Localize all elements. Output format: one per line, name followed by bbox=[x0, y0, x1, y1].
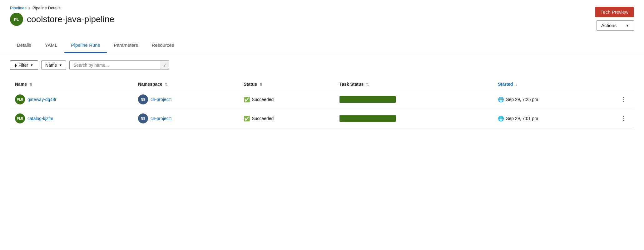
table-body: PLR gateway-dg48r NS cn-project1 ✅ bbox=[10, 90, 634, 128]
row1-task-bar-wrap bbox=[339, 96, 396, 103]
table-row: PLR catalog-kjzfm NS cn-project1 ✅ bbox=[10, 109, 634, 128]
col-actions-empty bbox=[613, 79, 634, 90]
tech-preview-button[interactable]: Tech Preview bbox=[595, 7, 634, 17]
row2-started-wrap: 🌐 Sep 29, 7:01 pm bbox=[498, 116, 608, 122]
row1-status-wrap: ✅ Succeeded bbox=[244, 97, 329, 103]
row2-namespace-cell: NS cn-project1 bbox=[133, 109, 239, 128]
search-input-wrap: / bbox=[69, 60, 169, 70]
col-status-sort-icon[interactable]: ⇅ bbox=[260, 83, 262, 86]
pipeline-runs-table: Name ⇅ Namespace ⇅ Status ⇅ Task Status … bbox=[10, 79, 634, 128]
tab-resources[interactable]: Resources bbox=[145, 38, 181, 53]
filter-icon: ⧫ bbox=[15, 63, 17, 68]
row1-globe-icon: 🌐 bbox=[498, 97, 504, 103]
row1-kebab-cell: ⋮ bbox=[613, 90, 634, 109]
col-namespace-sort-icon[interactable]: ⇅ bbox=[165, 83, 168, 86]
row2-ns-badge: NS bbox=[138, 113, 148, 123]
breadcrumb-pipelines-link[interactable]: Pipelines bbox=[10, 6, 27, 10]
row2-kebab-cell: ⋮ bbox=[613, 109, 634, 128]
row1-started-text: Sep 29, 7:25 pm bbox=[506, 97, 538, 102]
row1-status-text: Succeeded bbox=[252, 97, 274, 102]
row1-plr-badge: PLR bbox=[15, 94, 25, 104]
col-name: Name ⇅ bbox=[10, 79, 133, 90]
table-row: PLR gateway-dg48r NS cn-project1 ✅ bbox=[10, 90, 634, 109]
row2-name-wrap: PLR catalog-kjzfm bbox=[15, 113, 128, 123]
col-task-status: Task Status ⇅ bbox=[334, 79, 493, 90]
filter-chevron-icon: ▼ bbox=[30, 63, 33, 67]
row2-started-cell: 🌐 Sep 29, 7:01 pm bbox=[493, 109, 613, 128]
row2-started-text: Sep 29, 7:01 pm bbox=[506, 116, 538, 121]
col-started: Started ↓ bbox=[493, 79, 613, 90]
row1-name-cell: PLR gateway-dg48r bbox=[10, 90, 133, 109]
tab-bar-wrapper: Details YAML Pipeline Runs Parameters Re… bbox=[0, 38, 644, 53]
row1-namespace-cell: NS cn-project1 bbox=[133, 90, 239, 109]
tab-pipeline-runs[interactable]: Pipeline Runs bbox=[64, 38, 107, 53]
filter-label: Filter bbox=[18, 63, 28, 68]
row2-kebab-button[interactable]: ⋮ bbox=[618, 114, 629, 123]
row2-success-icon: ✅ bbox=[244, 116, 250, 122]
row1-name-link[interactable]: gateway-dg48r bbox=[27, 97, 57, 102]
row1-started-cell: 🌐 Sep 29, 7:25 pm bbox=[493, 90, 613, 109]
breadcrumb: Pipelines > Pipeline Details bbox=[10, 6, 114, 10]
top-header: Pipelines > Pipeline Details PL coolstor… bbox=[0, 0, 644, 31]
row2-ns-wrap: NS cn-project1 bbox=[138, 113, 234, 123]
title-row: PL coolstore-java-pipeline bbox=[10, 13, 114, 26]
row2-plr-badge: PLR bbox=[15, 113, 25, 123]
top-right: Tech Preview Actions ▼ bbox=[595, 6, 634, 31]
table-header-row: Name ⇅ Namespace ⇅ Status ⇅ Task Status … bbox=[10, 79, 634, 90]
breadcrumb-separator: > bbox=[28, 6, 31, 10]
row2-task-status-cell bbox=[334, 109, 493, 128]
col-task-status-sort-icon[interactable]: ⇅ bbox=[366, 83, 369, 86]
col-started-sort-icon[interactable]: ↓ bbox=[515, 83, 517, 86]
tab-bar: Details YAML Pipeline Runs Parameters Re… bbox=[10, 38, 634, 53]
row1-task-status-cell bbox=[334, 90, 493, 109]
page-title: coolstore-java-pipeline bbox=[27, 14, 114, 24]
table-header: Name ⇅ Namespace ⇅ Status ⇅ Task Status … bbox=[10, 79, 634, 90]
page-wrapper: Pipelines > Pipeline Details PL coolstor… bbox=[0, 0, 644, 250]
row1-ns-badge: NS bbox=[138, 94, 148, 104]
pl-badge: PL bbox=[10, 13, 23, 26]
tab-details[interactable]: Details bbox=[10, 38, 38, 53]
row1-task-bar bbox=[339, 96, 396, 103]
row1-success-icon: ✅ bbox=[244, 97, 250, 103]
row1-name-wrap: PLR gateway-dg48r bbox=[15, 94, 128, 104]
search-slash-hint: / bbox=[160, 61, 169, 69]
row2-status-cell: ✅ Succeeded bbox=[239, 109, 334, 128]
row2-status-wrap: ✅ Succeeded bbox=[244, 116, 329, 122]
row2-namespace-link[interactable]: cn-project1 bbox=[151, 116, 172, 121]
name-dropdown-icon: ▼ bbox=[59, 63, 62, 67]
actions-chevron-icon: ▼ bbox=[626, 23, 629, 28]
actions-button[interactable]: Actions ▼ bbox=[597, 20, 634, 31]
tab-parameters[interactable]: Parameters bbox=[107, 38, 145, 53]
name-dropdown-label: Name bbox=[45, 63, 57, 68]
row1-ns-wrap: NS cn-project1 bbox=[138, 94, 234, 104]
row1-kebab-button[interactable]: ⋮ bbox=[618, 95, 629, 104]
tab-yaml[interactable]: YAML bbox=[38, 38, 64, 53]
row2-task-bar bbox=[339, 115, 396, 122]
breadcrumb-current: Pipeline Details bbox=[32, 6, 61, 10]
row2-name-link[interactable]: catalog-kjzfm bbox=[27, 116, 53, 121]
row1-status-cell: ✅ Succeeded bbox=[239, 90, 334, 109]
row2-status-text: Succeeded bbox=[252, 116, 274, 121]
content-area: ⧫ Filter ▼ Name ▼ / Name ⇅ bbox=[0, 53, 644, 136]
row2-globe-icon: 🌐 bbox=[498, 116, 504, 122]
search-input[interactable] bbox=[70, 61, 160, 70]
row2-name-cell: PLR catalog-kjzfm bbox=[10, 109, 133, 128]
col-name-sort-icon[interactable]: ⇅ bbox=[29, 83, 32, 86]
header-left: Pipelines > Pipeline Details PL coolstor… bbox=[10, 6, 114, 26]
row1-namespace-link[interactable]: cn-project1 bbox=[151, 97, 172, 102]
row1-started-wrap: 🌐 Sep 29, 7:25 pm bbox=[498, 97, 608, 103]
filter-row: ⧫ Filter ▼ Name ▼ / bbox=[10, 60, 634, 70]
filter-button[interactable]: ⧫ Filter ▼ bbox=[10, 60, 38, 70]
col-namespace: Namespace ⇅ bbox=[133, 79, 239, 90]
col-status: Status ⇅ bbox=[239, 79, 334, 90]
name-dropdown[interactable]: Name ▼ bbox=[41, 60, 66, 70]
actions-label: Actions bbox=[601, 23, 617, 28]
row2-task-bar-wrap bbox=[339, 115, 396, 122]
